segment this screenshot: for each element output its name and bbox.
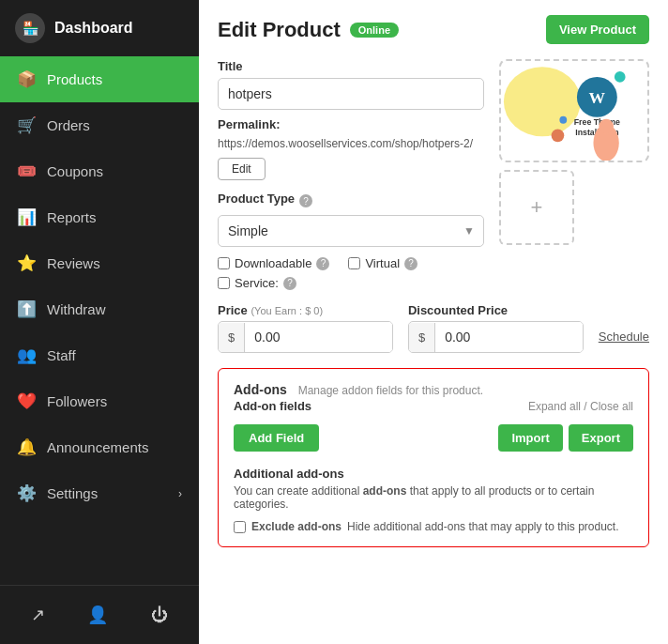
sidebar-item-reviews[interactable]: ⭐ Reviews (0, 240, 199, 286)
sidebar-item-label: Products (47, 71, 102, 87)
service-help-icon[interactable]: ? (283, 277, 296, 290)
view-product-button[interactable]: View Product (546, 15, 649, 44)
status-badge: Online (350, 23, 399, 38)
product-illustration: W Free Theme Installation (501, 59, 647, 162)
virtual-label: Virtual (365, 256, 400, 270)
sidebar-item-announcements[interactable]: 🔔 Announcements (0, 424, 199, 470)
sidebar-item-settings[interactable]: ⚙️ Settings › (0, 470, 199, 516)
exclude-addons-label: Exclude add-ons (251, 520, 342, 533)
permalink-url: https://demos.woosellservices.com/shop/h… (218, 137, 473, 150)
price-section: Price (You Earn : $ 0) $ Discounted Pric… (218, 303, 649, 353)
sidebar-item-label: Followers (47, 393, 107, 409)
exclude-row: Exclude add-ons Hide additional add-ons … (234, 520, 633, 533)
service-row: Service: ? (218, 276, 484, 290)
sidebar-item-label: Settings (47, 485, 98, 501)
export-button[interactable]: Export (569, 424, 633, 452)
title-label: Title (218, 59, 484, 73)
permalink-row: Permalink: https://demos.woosellservices… (218, 117, 484, 150)
page-header: Edit Product Online View Product (218, 15, 649, 44)
sidebar-item-followers[interactable]: ❤️ Followers (0, 378, 199, 424)
import-export-buttons: Import Export (498, 424, 633, 452)
product-type-select-wrapper: Simple Variable Grouped External ▼ (218, 215, 484, 247)
featured-image-box[interactable]: W Free Theme Installation (499, 59, 649, 162)
svg-point-4 (552, 130, 565, 143)
discounted-currency: $ (409, 323, 435, 352)
price-field: Price (You Earn : $ 0) $ (218, 303, 393, 353)
title-input[interactable] (218, 78, 484, 110)
page-title-row: Edit Product Online (218, 18, 399, 42)
price-currency: $ (219, 323, 245, 352)
permalink-edit-button[interactable]: Edit (218, 158, 266, 180)
addons-actions: Add Field Import Export (234, 424, 633, 452)
add-field-button[interactable]: Add Field (234, 424, 319, 452)
sidebar-item-label: Announcements (47, 439, 148, 455)
addons-fields-label: Add-on fields (234, 399, 311, 413)
profile-icon[interactable]: 👤 (82, 599, 114, 631)
sidebar: 🏪 Dashboard 📦 Products 🛒 Orders 🎟️ Coupo… (0, 0, 199, 644)
plus-icon: + (531, 195, 543, 220)
sidebar-logo: 🏪 Dashboard (0, 0, 199, 56)
price-input[interactable] (245, 322, 392, 352)
additional-addons-title: Additional add-ons (234, 467, 633, 481)
exclude-addons-desc: Hide additional add-ons that may apply t… (347, 520, 619, 533)
svg-point-5 (559, 116, 567, 124)
addons-title: Add-ons Manage addon fields for this pro… (234, 382, 633, 397)
product-type-help-icon[interactable]: ? (299, 194, 312, 207)
sidebar-item-withdraw[interactable]: ⬆️ Withdraw (0, 286, 199, 332)
sidebar-item-reports[interactable]: 📊 Reports (0, 194, 199, 240)
expand-close-link[interactable]: Expand all / Close all (528, 400, 633, 413)
sidebar-item-label: Orders (47, 117, 90, 133)
followers-icon: ❤️ (17, 391, 36, 411)
price-earn: (You Earn : $ 0) (250, 305, 323, 316)
orders-icon: 🛒 (17, 115, 36, 135)
downloadable-checkbox-item[interactable]: Downloadable ? (218, 256, 329, 270)
schedule-link[interactable]: Schedule (599, 330, 649, 344)
discounted-price-label: Discounted Price (408, 303, 584, 317)
addons-section: Add-ons Manage addon fields for this pro… (218, 368, 649, 547)
sidebar-item-label: Staff (47, 347, 76, 363)
logo-icon: 🏪 (15, 13, 45, 43)
price-input-wrapper: $ (218, 321, 393, 353)
svg-point-0 (504, 67, 581, 136)
coupons-icon: 🎟️ (17, 161, 36, 181)
exclude-addons-checkbox[interactable] (234, 521, 246, 533)
product-type-label: Product Type (218, 192, 295, 206)
announcements-icon: 🔔 (17, 437, 36, 457)
addons-fields-row: Add-on fields Expand all / Close all (234, 399, 633, 413)
additional-addons-desc: You can create additional add-ons that a… (234, 484, 633, 511)
sidebar-item-label: Coupons (47, 163, 103, 179)
sidebar-item-coupons[interactable]: 🎟️ Coupons (0, 148, 199, 194)
sidebar-item-products[interactable]: 📦 Products (0, 56, 199, 102)
settings-icon: ⚙️ (17, 483, 36, 503)
svg-point-9 (599, 119, 614, 134)
discounted-price-input[interactable] (435, 322, 583, 352)
virtual-checkbox[interactable] (348, 257, 360, 269)
products-icon: 📦 (17, 69, 36, 89)
power-icon[interactable]: ⏻ (145, 600, 174, 631)
sidebar-item-label: Withdraw (47, 301, 106, 317)
sidebar-item-staff[interactable]: 👥 Staff (0, 332, 199, 378)
addons-subtitle: Manage addon fields for this product. (298, 384, 483, 397)
svg-point-3 (615, 71, 626, 83)
virtual-checkbox-item[interactable]: Virtual ? (348, 256, 418, 270)
price-label: Price (You Earn : $ 0) (218, 303, 393, 317)
product-type-select[interactable]: Simple Variable Grouped External (218, 215, 484, 247)
external-link-icon[interactable]: ↗ (25, 599, 51, 631)
main-content: Edit Product Online View Product Title P… (199, 0, 668, 644)
add-image-box[interactable]: + (499, 170, 574, 245)
service-checkbox[interactable] (218, 277, 230, 289)
permalink-label: Permalink: (218, 117, 280, 131)
checkboxes-row: Downloadable ? Virtual ? (218, 256, 484, 270)
service-label: Service: (235, 276, 279, 290)
reports-icon: 📊 (17, 207, 36, 227)
sidebar-item-orders[interactable]: 🛒 Orders (0, 102, 199, 148)
page-title: Edit Product (218, 18, 341, 42)
logo-text: Dashboard (54, 20, 133, 37)
downloadable-checkbox[interactable] (218, 257, 230, 269)
import-button[interactable]: Import (498, 424, 562, 452)
staff-icon: 👥 (17, 345, 36, 365)
sidebar-item-label: Reviews (47, 255, 100, 271)
virtual-help-icon[interactable]: ? (404, 257, 418, 270)
downloadable-help-icon[interactable]: ? (316, 257, 329, 270)
discounted-price-input-wrapper: $ (408, 321, 584, 353)
